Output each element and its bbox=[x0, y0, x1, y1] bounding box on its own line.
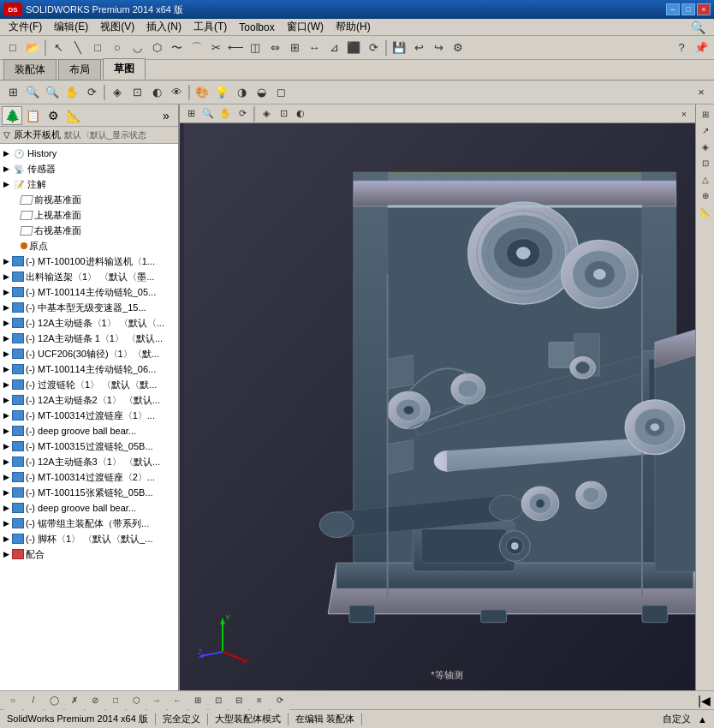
bt-arrow-l[interactable]: ← bbox=[168, 691, 187, 710]
spline-tool[interactable]: 〜 bbox=[167, 39, 186, 57]
mirror-tool[interactable]: ⇔ bbox=[265, 39, 284, 57]
menu-window[interactable]: 窗口(W) bbox=[282, 19, 329, 35]
save-button[interactable]: 💾 bbox=[390, 39, 408, 57]
tab-sketch[interactable]: 草图 bbox=[103, 58, 146, 80]
tree-item-comp11[interactable]: ▶ (-) MT-100314过渡链座〈1〉... bbox=[0, 408, 178, 423]
vp-right-btn7[interactable]: 📐 bbox=[698, 204, 713, 219]
view-orient[interactable]: ◈ bbox=[108, 83, 127, 102]
tree-item-comp1[interactable]: ▶ (-) MT-100100进料输送机〈1... bbox=[0, 254, 178, 269]
vp-rotate[interactable]: ⟳ bbox=[235, 106, 250, 122]
vp-right-btn5[interactable]: △ bbox=[698, 171, 713, 187]
expand-panel-btn[interactable]: » bbox=[156, 106, 176, 125]
menu-tools[interactable]: 工具(T) bbox=[188, 19, 232, 35]
configmanager-tab[interactable]: ⚙ bbox=[43, 106, 63, 125]
bt-slash[interactable]: ⊘ bbox=[86, 691, 104, 710]
shadows[interactable]: ◑ bbox=[232, 83, 251, 102]
zoom-to-fit[interactable]: ⊞ bbox=[3, 83, 22, 102]
relation-tool[interactable]: ⊿ bbox=[324, 39, 343, 57]
tree-item-comp2[interactable]: ▶ 出料输送架〈1〉 〈默认〈墨... bbox=[0, 269, 178, 284]
appearance[interactable]: 🎨 bbox=[193, 83, 211, 102]
tree-item-comp17[interactable]: ▶ (-) deep groove ball bear... bbox=[0, 500, 178, 516]
menu-help[interactable]: 帮助(H) bbox=[330, 19, 376, 35]
tree-item-comp9[interactable]: ▶ (-) 过渡链轮〈1〉 〈默认〈默... bbox=[0, 377, 178, 392]
bt-grid[interactable]: ⊞ bbox=[188, 691, 207, 710]
minimize-button[interactable]: − bbox=[666, 3, 680, 15]
vp-right-btn3[interactable]: ◈ bbox=[698, 139, 713, 154]
menu-view[interactable]: 视图(V) bbox=[95, 19, 140, 35]
pin-button[interactable]: 📌 bbox=[692, 39, 711, 57]
bt-cross[interactable]: ✗ bbox=[65, 691, 84, 710]
arc-tool[interactable]: ◡ bbox=[128, 39, 146, 57]
maximize-button[interactable]: □ bbox=[681, 3, 695, 15]
bt-refresh[interactable]: ⟳ bbox=[271, 691, 289, 710]
tree-item-comp8[interactable]: ▶ (-) MT-100114主传动链轮_06... bbox=[0, 361, 178, 377]
extrude-tool[interactable]: ⬛ bbox=[344, 39, 363, 57]
rect-tool[interactable]: □ bbox=[88, 39, 107, 57]
fillet-tool[interactable]: ⌒ bbox=[187, 39, 205, 57]
bt-layout[interactable]: ⊟ bbox=[229, 691, 248, 710]
tab-assembly[interactable]: 装配体 bbox=[3, 59, 57, 80]
rotate-tool[interactable]: ⟳ bbox=[82, 83, 101, 102]
status-arrow-up[interactable]: ▲ bbox=[698, 714, 707, 725]
tree-item-front-plane[interactable]: ▶ 前视基准面 bbox=[0, 192, 178, 207]
circle-tool[interactable]: ○ bbox=[108, 39, 127, 57]
menu-toolbox[interactable]: Toolbox bbox=[234, 21, 279, 34]
tree-item-comp6[interactable]: ▶ (-) 12A主动链条 1〈1〉 〈默认... bbox=[0, 331, 178, 346]
line-tool[interactable]: ╲ bbox=[68, 39, 87, 57]
3d-viewport[interactable]: ⊞ 🔍 ✋ ⟳ ◈ ⊡ ◐ × ⊞ ↗ ◈ ⊡ △ ⊕ 📐 Y bbox=[180, 104, 714, 690]
tree-item-comp13[interactable]: ▶ (-) MT-100315过渡链轮_05B... bbox=[0, 439, 178, 454]
bt-list[interactable]: ≡ bbox=[250, 691, 269, 710]
redo-button[interactable]: ↪ bbox=[429, 39, 448, 57]
polygon-tool[interactable]: ⬡ bbox=[147, 39, 166, 57]
title-bar-controls[interactable]: − □ × bbox=[666, 3, 711, 15]
menu-file[interactable]: 文件(F) bbox=[3, 19, 47, 35]
propertymanager-tab[interactable]: 📋 bbox=[22, 106, 43, 125]
vp-view-orient[interactable]: ◈ bbox=[259, 106, 274, 122]
help-button[interactable]: ? bbox=[672, 39, 691, 57]
tree-item-top-plane[interactable]: ▶ 上视基准面 bbox=[0, 207, 178, 223]
bt-arrow-r[interactable]: → bbox=[147, 691, 166, 710]
feature-tree[interactable]: ▶ 🕐 History ▶ 📡 传感器 ▶ 📝 注解 ▶ 前视基准面 bbox=[0, 144, 178, 690]
search-icon[interactable]: 🔍 bbox=[686, 20, 711, 35]
trim-tool[interactable]: ✂ bbox=[206, 39, 225, 57]
bt-square[interactable]: □ bbox=[106, 691, 125, 710]
revolve-tool[interactable]: ⟳ bbox=[364, 39, 383, 57]
featuremanager-tab[interactable]: 🌲 bbox=[2, 106, 22, 125]
tree-item-history[interactable]: ▶ 🕐 History bbox=[0, 146, 178, 161]
vp-right-btn1[interactable]: ⊞ bbox=[698, 106, 713, 122]
vp-display[interactable]: ◐ bbox=[293, 106, 308, 122]
options-button[interactable]: ⚙ bbox=[449, 39, 467, 57]
open-button[interactable]: 📂 bbox=[23, 39, 42, 57]
tree-item-comp5[interactable]: ▶ (-) 12A主动链条〈1〉 〈默认〈... bbox=[0, 315, 178, 331]
undo-button[interactable]: ↩ bbox=[409, 39, 428, 57]
vp-zoom-area[interactable]: 🔍 bbox=[200, 106, 216, 122]
tree-item-comp7[interactable]: ▶ (-) UCF206(30轴径)〈1〉〈默... bbox=[0, 346, 178, 361]
tree-item-comp16[interactable]: ▶ (-) MT-100115张紧链轮_05B... bbox=[0, 485, 178, 500]
menu-edit[interactable]: 编辑(E) bbox=[49, 19, 93, 35]
hide-show[interactable]: 👁 bbox=[167, 83, 186, 102]
tree-item-comp4[interactable]: ▶ (-) 中基本型无级变速器_15... bbox=[0, 300, 178, 315]
realview[interactable]: 💡 bbox=[212, 83, 231, 102]
tree-item-mates[interactable]: ▶ 配合 bbox=[0, 546, 178, 562]
pattern-tool[interactable]: ⊞ bbox=[285, 39, 304, 57]
tree-item-comp3[interactable]: ▶ (-) MT-100114主传动链轮_05... bbox=[0, 284, 178, 300]
vp-zoom-to-fit[interactable]: ⊞ bbox=[183, 106, 199, 122]
vp-right-btn6[interactable]: ⊕ bbox=[698, 188, 713, 203]
new-button[interactable]: □ bbox=[3, 39, 22, 57]
vp-pan[interactable]: ✋ bbox=[217, 106, 233, 122]
status-custom[interactable]: 自定义 bbox=[663, 713, 691, 725]
zoom-in[interactable]: 🔍 bbox=[23, 83, 42, 102]
tree-item-notes[interactable]: ▶ 📝 注解 bbox=[0, 176, 178, 192]
ambient-occ[interactable]: ◒ bbox=[252, 83, 271, 102]
arrow-tool[interactable]: ↖ bbox=[49, 39, 68, 57]
tree-item-sensors[interactable]: ▶ 📡 传感器 bbox=[0, 161, 178, 176]
tree-item-comp18[interactable]: ▶ (-) 锯带组主装配体（带系列... bbox=[0, 516, 178, 531]
display-style[interactable]: ◐ bbox=[147, 83, 166, 102]
tree-item-right-plane[interactable]: ▶ 右视基准面 bbox=[0, 223, 178, 238]
bt-left-arrow[interactable]: |◀ bbox=[698, 694, 711, 707]
tree-item-comp15[interactable]: ▶ (-) MT-100314过渡链座〈2〉... bbox=[0, 469, 178, 485]
tree-item-comp10[interactable]: ▶ (-) 12A主动链条2〈1〉 〈默认... bbox=[0, 392, 178, 408]
offset-tool[interactable]: ◫ bbox=[246, 39, 265, 57]
vp-close[interactable]: × bbox=[676, 106, 692, 122]
bt-line[interactable]: / bbox=[24, 691, 43, 710]
